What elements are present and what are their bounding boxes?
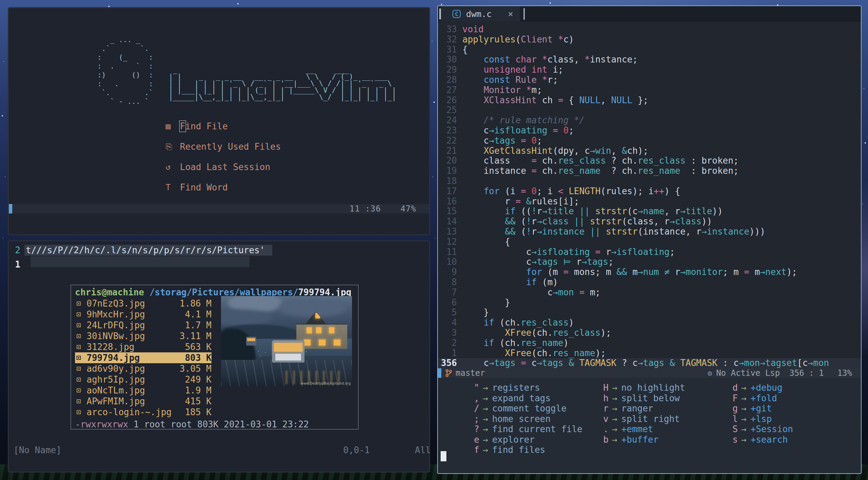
which-key-binding--search[interactable]: s→+search bbox=[732, 435, 861, 445]
which-key-binding-home-screen[interactable]: ;→home screen bbox=[473, 414, 603, 424]
which-key-binding-explorer[interactable]: e→explorer bbox=[473, 435, 603, 445]
code-line[interactable]: 10 c→tags ⊨ r→tags; bbox=[438, 257, 861, 267]
code-line[interactable]: 19 instance = ch.res_name ? ch.res_name … bbox=[438, 166, 861, 176]
code-line[interactable]: 15 if ((!r→title || strstr(c→name, r→tit… bbox=[438, 206, 861, 217]
code-line[interactable]: 6 } bbox=[438, 298, 861, 308]
file-row[interactable]: ⊡30iNVBw.jpg3.11 M bbox=[75, 331, 211, 341]
code-line[interactable]: 17 for (i = 0; i < LENGTH(rules); i++) { bbox=[438, 186, 861, 197]
code-line[interactable]: 32applyrules(Client *c) bbox=[438, 35, 861, 45]
which-key-binding-no-highlight[interactable]: H→no highlight bbox=[603, 383, 732, 393]
file-name: ad6v90y.jpg bbox=[87, 363, 180, 374]
key-hint: ; bbox=[473, 414, 479, 424]
neovim-editor-window[interactable]: C dwm.c × 33void32applyrules(Client *c)3… bbox=[437, 5, 862, 474]
file-name: 07nEzQ3.jpg bbox=[87, 298, 180, 309]
code-line[interactable]: 28 const Rule *r; bbox=[438, 75, 861, 85]
code-line[interactable]: 1 XFree(ch.res_name); bbox=[438, 348, 861, 358]
file-row[interactable]: ⊡aghr5Ip.jpg249 K bbox=[75, 374, 211, 385]
file-row[interactable]: ⊡aoNcTLm.jpg1.9 M bbox=[75, 385, 211, 396]
code-line[interactable]: 11 c→isfloating = r→isfloating; bbox=[438, 247, 861, 257]
code-line[interactable]: 22 c→tags = 0; bbox=[438, 136, 861, 146]
file-row-selected[interactable]: ⊡799794.jpg803 K bbox=[75, 352, 211, 363]
code-line[interactable]: 23 c→isfloating = 0; bbox=[438, 126, 861, 136]
code-line[interactable]: 31{ bbox=[438, 45, 861, 55]
code-line[interactable]: 7 c→mon = m; bbox=[438, 288, 861, 298]
lf-file-manager-popup[interactable]: chris@machine /storag/Pictures/wallpaper… bbox=[71, 285, 358, 429]
which-key-binding--buffer[interactable]: b→+buffer bbox=[603, 435, 732, 445]
code-line[interactable]: 27 Monitor *m; bbox=[438, 85, 861, 95]
lunarvim-dashboard-window[interactable]: _ ... _ .` `. : (_ : : . ` : :) () : : .… bbox=[8, 7, 430, 235]
code-line[interactable]: 16 r = &rules[i]; bbox=[438, 197, 861, 207]
cursorline-highlight bbox=[31, 256, 250, 267]
which-key-binding--git[interactable]: g→+git bbox=[732, 403, 861, 414]
which-key-binding-split-below[interactable]: h→split below bbox=[603, 393, 732, 404]
which-key-binding--session[interactable]: S→+Session bbox=[732, 424, 861, 435]
code-line[interactable]: 13 && (!r→instance || strstr(instance, r… bbox=[438, 227, 861, 237]
which-key-column: d→+debugF→+foldg→+gitl→+lspS→+Sessions→+… bbox=[732, 383, 861, 474]
close-tab-icon[interactable]: × bbox=[508, 9, 513, 19]
code-line-current[interactable]: 356 c→tags = c→tags & TAGMASK ? c→tags &… bbox=[438, 358, 861, 368]
git-branch: master bbox=[445, 368, 485, 378]
which-key-binding-registers[interactable]: "→registers bbox=[473, 383, 603, 393]
code-line[interactable]: 20 class = ch.res_class ? ch.res_class :… bbox=[438, 156, 861, 166]
arrow-icon: → bbox=[609, 414, 622, 424]
code-area[interactable]: 33void32applyrules(Client *c)31{30 const… bbox=[438, 22, 861, 368]
which-key-binding-split-right[interactable]: v→split right bbox=[603, 414, 732, 424]
code-line[interactable]: 21 XGetClassHint(dpy, c→win, &ch); bbox=[438, 146, 861, 156]
menu-item-load-last-session[interactable]: ↺Load Last Session bbox=[166, 157, 281, 177]
code-line[interactable]: 33void bbox=[438, 24, 861, 35]
code-line[interactable]: 2 if (ch.res_name) bbox=[438, 338, 861, 348]
file-row[interactable]: ⊡APwFMIM.jpg415 K bbox=[75, 396, 211, 407]
key-hint: S bbox=[732, 424, 738, 435]
code-line[interactable]: 30 const char *class, *instance; bbox=[438, 55, 861, 65]
code-line[interactable]: 14 && (!r→class || strstr(class, r→class… bbox=[438, 217, 861, 227]
file-manager-window[interactable]: 2 t///s/P//2/h/c/.l/s/n/s/p/p/s/r/r/s/Pi… bbox=[8, 240, 430, 473]
menu-item-find-word[interactable]: TFind Word bbox=[166, 177, 281, 198]
code-line[interactable]: 9 for (m = mons; m && m→num ≠ r→monitor;… bbox=[438, 267, 861, 277]
code-line[interactable]: 25 bbox=[438, 105, 861, 115]
file-row[interactable]: ⊡arco-login-~.jpg185 K bbox=[75, 407, 211, 418]
code-line[interactable]: 18 bbox=[438, 176, 861, 186]
menu-item-recently-used-files[interactable]: ⎘Recently Used Files bbox=[166, 136, 281, 157]
which-key-binding--debug[interactable]: d→+debug bbox=[732, 383, 861, 393]
which-key-binding-expand-tags[interactable]: ,→expand tags bbox=[473, 393, 603, 404]
file-size: 563 K bbox=[185, 341, 211, 352]
code-line[interactable]: 4 if (ch.res_class) bbox=[438, 318, 861, 328]
which-key-binding--fold[interactable]: F→+fold bbox=[732, 393, 861, 404]
which-key-binding-find-files[interactable]: f→find files bbox=[473, 445, 603, 455]
menu-item-find-file[interactable]: ▤Find File bbox=[166, 116, 281, 136]
scroll-percent: 13% bbox=[837, 368, 852, 378]
which-key-binding-find-current-file[interactable]: ?→find current file bbox=[473, 424, 603, 435]
file-row[interactable]: ⊡9hMxcHr.jpg4.1 M bbox=[75, 309, 211, 320]
image-file-icon: ⊡ bbox=[75, 341, 87, 352]
file-row[interactable]: ⊡07nEzQ3.jpg1.86 M bbox=[75, 298, 211, 309]
file-row[interactable]: ⊡ad6v90y.jpg3.05 M bbox=[75, 363, 211, 374]
code-line[interactable]: 29 unsigned int i; bbox=[438, 65, 861, 75]
which-key-binding-comment-toggle[interactable]: /→comment toggle bbox=[473, 403, 603, 414]
image-file-icon: ⊡ bbox=[75, 320, 87, 331]
line-number: 24 bbox=[438, 115, 462, 126]
file-row[interactable]: ⊡24LrDFQ.jpg1.7 M bbox=[75, 320, 211, 331]
code-line[interactable]: 5 } bbox=[438, 308, 861, 318]
which-key-binding--lsp[interactable]: l→+lsp bbox=[732, 414, 861, 424]
arrow-icon: → bbox=[479, 383, 492, 393]
lit-window bbox=[304, 339, 311, 346]
file-row[interactable]: ⊡31228.jpg563 K bbox=[75, 341, 211, 352]
code-line[interactable]: 24 /* rule matching */ bbox=[438, 115, 861, 126]
line-text: const char *class, *instance; bbox=[462, 55, 638, 65]
tab-label: dwm.c bbox=[466, 9, 492, 19]
lsp-gear-icon: ⚙ bbox=[707, 369, 712, 377]
line-number: 4 bbox=[438, 318, 462, 328]
tab-dwm-c[interactable]: C dwm.c × bbox=[441, 6, 520, 22]
code-line[interactable]: 12 { bbox=[438, 237, 861, 247]
key-hint: ? bbox=[473, 424, 479, 435]
code-line[interactable]: 3 XFree(ch.res_class); bbox=[438, 328, 861, 338]
code-line[interactable]: 8 if (m) bbox=[438, 277, 861, 288]
which-key-binding--emmet[interactable]: .→+emmet bbox=[603, 424, 732, 435]
line-number: 23 bbox=[438, 126, 462, 136]
code-line[interactable]: 26 XClassHint ch = { NULL, NULL }; bbox=[438, 95, 861, 106]
copies-icon: ⎘ bbox=[166, 142, 180, 151]
binding-label: no highlight bbox=[621, 383, 685, 393]
line-number: 2 bbox=[9, 245, 24, 256]
which-key-binding-ranger[interactable]: r→ranger bbox=[603, 403, 732, 414]
line-number: 1 bbox=[9, 259, 24, 270]
